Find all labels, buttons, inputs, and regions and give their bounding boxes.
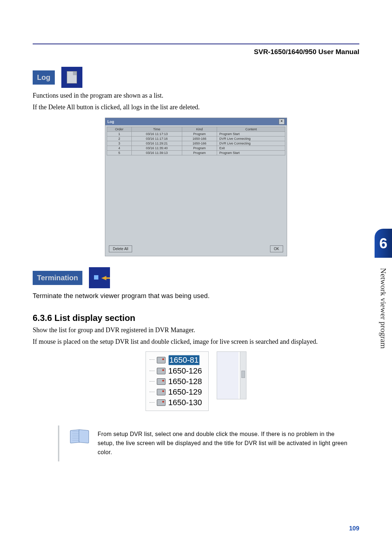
log-cell-kind: Program bbox=[182, 132, 217, 137]
log-cell-content: Program Start bbox=[217, 132, 285, 137]
log-cell-content: Program Start bbox=[217, 151, 285, 155]
termination-label: Termination bbox=[33, 271, 82, 285]
dvr-tree-item-label: 1650-130 bbox=[168, 398, 202, 407]
log-row[interactable]: 403/16 11:35:40ProgramExit bbox=[107, 146, 285, 151]
log-row[interactable]: 203/16 11:17:161650-166DVR Live Connecti… bbox=[107, 137, 285, 141]
log-document-icon bbox=[61, 67, 82, 88]
dvr-tree-item-label: 1650-126 bbox=[168, 366, 202, 376]
log-row[interactable]: 503/16 11:39:13ProgramProgram Start bbox=[107, 151, 285, 155]
chapter-number: 6 bbox=[375, 229, 392, 258]
dvr-icon bbox=[157, 368, 166, 374]
list-display-text-2: If mouse is placed on the setup DVR list… bbox=[33, 337, 359, 346]
dvr-tree-item-label: 1650-128 bbox=[168, 377, 202, 386]
list-display-text-1: Show the list for group and DVR register… bbox=[33, 325, 359, 335]
chapter-tab: 6 Network viewer program bbox=[375, 229, 392, 447]
log-cell-order: 1 bbox=[107, 132, 132, 137]
page-number: 109 bbox=[349, 525, 359, 532]
log-window: Log × Order Time Kind Content 103/16 11:… bbox=[105, 118, 287, 256]
log-cell-order: 4 bbox=[107, 146, 132, 151]
log-cell-time: 03/16 11:35:40 bbox=[132, 146, 182, 151]
dvr-tree-item[interactable]: 1650-129 bbox=[157, 387, 202, 397]
termination-text: Terminate the network viewer program tha… bbox=[33, 291, 359, 301]
termination-heading-row: Termination bbox=[33, 267, 359, 288]
col-content: Content bbox=[217, 127, 285, 132]
dvr-icon bbox=[157, 399, 166, 406]
dvr-tree-item[interactable]: 1650-81 bbox=[157, 355, 202, 365]
log-text-2: If the Delete All button is clicked, all… bbox=[33, 102, 359, 112]
delete-all-button[interactable]: Delete All bbox=[109, 245, 132, 252]
col-kind: Kind bbox=[182, 127, 217, 132]
dvr-tree-item-label: 1650-81 bbox=[168, 355, 200, 365]
dvr-icon bbox=[157, 389, 166, 395]
log-window-title: Log bbox=[107, 120, 114, 124]
chapter-caption: Network viewer program bbox=[379, 268, 388, 349]
log-cell-time: 03/16 11:17:13 bbox=[132, 132, 182, 137]
preview-scrollbar[interactable] bbox=[240, 352, 246, 399]
log-table: Order Time Kind Content 103/16 11:17:13P… bbox=[107, 127, 285, 155]
log-cell-time: 03/16 11:39:13 bbox=[132, 151, 182, 155]
note-block: From setup DVR list, select one and doub… bbox=[58, 425, 359, 461]
close-icon[interactable]: × bbox=[279, 119, 285, 125]
live-preview bbox=[217, 351, 246, 399]
log-cell-content: Exit bbox=[217, 146, 285, 151]
col-time: Time bbox=[132, 127, 182, 132]
header-rule bbox=[33, 44, 359, 44]
log-cell-content: DVR Live Connecting bbox=[217, 141, 285, 146]
log-cell-time: 03/16 11:29:21 bbox=[132, 141, 182, 146]
log-cell-order: 5 bbox=[107, 151, 132, 155]
log-heading-row: Log bbox=[33, 67, 359, 88]
log-window-titlebar: Log × bbox=[105, 118, 287, 125]
dvr-tree-item[interactable]: 1650-128 bbox=[157, 377, 202, 386]
dvr-tree-item[interactable]: 1650-130 bbox=[157, 398, 202, 407]
list-display-heading: 6.3.6 List display section bbox=[33, 313, 359, 323]
log-cell-order: 2 bbox=[107, 137, 132, 141]
dvr-icon bbox=[157, 357, 166, 363]
log-cell-kind: 1650-166 bbox=[182, 141, 217, 146]
col-order: Order bbox=[107, 127, 132, 132]
log-cell-kind: 1650-166 bbox=[182, 137, 217, 141]
ok-button[interactable]: OK bbox=[270, 245, 283, 252]
log-cell-kind: Program bbox=[182, 146, 217, 151]
dvr-tree-item-label: 1650-129 bbox=[168, 387, 202, 397]
log-text-1: Functions used in the program are shown … bbox=[33, 91, 359, 100]
log-cell-time: 03/16 11:17:16 bbox=[132, 137, 182, 141]
termination-icon bbox=[89, 267, 110, 288]
dvr-tree-item[interactable]: 1650-126 bbox=[157, 366, 202, 376]
manual-title: SVR-1650/1640/950 User Manual bbox=[33, 48, 359, 56]
log-row[interactable]: 103/16 11:17:13ProgramProgram Start bbox=[107, 132, 285, 137]
log-cell-content: DVR Live Connecting bbox=[217, 137, 285, 141]
note-text: From setup DVR list, select one and doub… bbox=[98, 430, 348, 457]
log-row[interactable]: 303/16 11:29:211650-166DVR Live Connecti… bbox=[107, 141, 285, 146]
dvr-icon bbox=[157, 378, 166, 385]
dvr-tree[interactable]: 1650-811650-1261650-1281650-1291650-130 bbox=[146, 351, 209, 411]
book-icon bbox=[70, 430, 89, 444]
log-cell-kind: Program bbox=[182, 151, 217, 155]
log-label: Log bbox=[33, 70, 55, 85]
log-cell-order: 3 bbox=[107, 141, 132, 146]
